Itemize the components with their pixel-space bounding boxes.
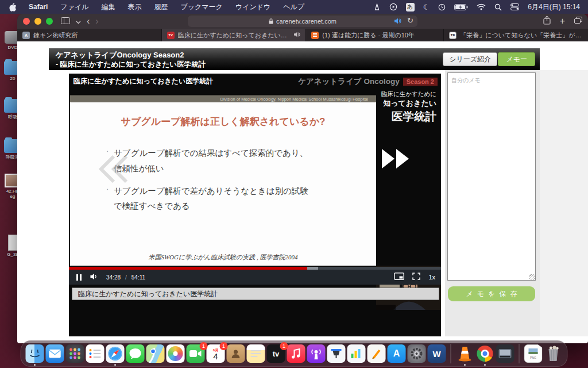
dock-numbers-icon[interactable] [347,344,366,363]
dock: 1 6月 4 1 tv 1 A W [21,340,568,367]
menu-item-bookmarks[interactable]: ブックマーク [174,0,229,14]
dock-reminders-icon[interactable] [86,344,105,363]
dock-maps-icon[interactable] [146,344,165,363]
notification-badge: 1 [280,342,288,350]
share-icon[interactable] [543,16,551,27]
video-player[interactable]: 臨床に生かすために知っておきたい医学統計 ケアネットライブ Oncology S… [69,74,441,336]
play-circle-icon[interactable] [389,2,397,12]
dock-finder-icon[interactable] [26,344,44,363]
tab-3[interactable]: (1) 運は能力に勝る - 最期の10年 [306,29,444,41]
side-title-line2: 知っておきたい [376,98,436,109]
video-controls-bar: 34:28 / 54:11 1x [69,270,441,285]
tab-label: 臨床に生かすために知っておきたい医学統計|ケアネットライブO... [178,31,291,40]
player-top-bar: 臨床に生かすために知っておきたい医学統計 ケアネットライブ Oncology S… [69,74,441,89]
minimize-window-button[interactable] [34,18,41,25]
vlc-menu-icon[interactable] [373,2,381,12]
playback-rate-button[interactable]: 1x [428,274,435,281]
chapter-caption-bar[interactable]: 臨床に生かすために知っておきたい医学統計 [72,288,439,300]
zoom-window-button[interactable] [46,18,53,25]
battery-charging-icon[interactable] [454,2,468,12]
tab-2-active[interactable]: TV 臨床に生かすために知っておきたい医学統計|ケアネットライブO... [162,29,307,41]
lock-icon [269,18,273,24]
series-intro-button[interactable]: シリーズ紹介 [443,52,497,66]
menu-item-help[interactable]: ヘルプ [277,0,311,14]
rewind-overlay-icon [95,154,131,187]
apple-logo-icon[interactable] [0,3,22,12]
tab-label: 錬キン術研究所 [33,31,156,40]
dock-mail-icon[interactable] [46,344,64,363]
screen-time-icon[interactable] [438,2,446,12]
slide-title: サブグループ解析は正しく解釈されているか? [70,115,376,128]
sidebar-toggle-icon[interactable] [61,16,70,26]
dock-chrome-icon[interactable] [476,344,494,363]
dock-messages-icon[interactable] [126,344,145,363]
menu-item-edit[interactable]: 編集 [95,0,121,14]
menu-item-file[interactable]: ファイル [54,0,95,14]
tab-audio-icon[interactable] [394,18,401,25]
dock-calendar-icon[interactable]: 6月 4 1 [207,344,225,363]
resize-handle[interactable] [529,274,535,280]
save-memo-button[interactable]: メモを保存 [448,286,535,301]
slide-bullet-2: サブグループ解析で差がありそうなときは別の試験で検証すべきである [114,183,312,214]
page-header: ケアネットライブOncology Season2 - 臨床に生かすために知ってお… [49,48,540,70]
dock-pages-icon[interactable] [368,344,386,363]
dock-podcasts-icon[interactable] [307,344,326,363]
side-title-line1: 臨床に生かすために [376,90,436,98]
tab-1-favicon: A [22,32,30,39]
tab-overview-icon[interactable] [574,16,582,26]
dock-launchpad-icon[interactable] [66,344,84,363]
dock-app-store-icon[interactable]: A [388,344,406,363]
player-side-panel: 臨床に生かすために 知っておきたい 医学統計 [376,89,441,266]
current-time: 34:28 [106,274,121,281]
tab-1[interactable]: A 錬キン術研究所 [17,29,162,41]
control-center-icon[interactable] [510,2,519,12]
wifi-icon[interactable] [477,2,486,12]
running-indicator [484,364,486,366]
japanese-input-icon[interactable]: あ [406,3,415,12]
picture-in-picture-button[interactable] [394,272,404,282]
running-indicator [114,364,116,366]
fullscreen-button[interactable] [412,272,420,282]
dock-music-icon[interactable] [287,344,305,363]
dock-word-icon[interactable]: W [428,344,446,363]
tab-3-favicon [311,32,319,39]
season-badge: Season 2 [403,78,438,86]
menu-item-safari[interactable]: Safari [22,0,54,14]
dock-system-settings-icon[interactable] [408,344,426,363]
tab-label: 「栄養」について知らない「栄養士」が多すぎる 残念な栄養士が信… [460,31,583,40]
tab-4[interactable]: TK 「栄養」について知らない「栄養士」が多すぎる 残念な栄養士が信… [444,29,588,41]
close-window-button[interactable] [23,18,30,25]
spotlight-search-icon[interactable] [494,2,502,12]
forward-button[interactable]: › [95,16,98,26]
memo-textarea[interactable] [447,72,536,281]
dock-keynote-icon[interactable] [327,344,346,363]
dock-notes-icon[interactable] [247,344,265,363]
memo-button[interactable]: メモー [498,52,535,66]
dock-media-player-icon[interactable] [496,344,514,363]
dock-apple-tv-icon[interactable]: tv 1 [267,344,285,363]
dock-vlc-icon[interactable] [456,344,474,363]
notification-badge: 1 [220,342,228,350]
tab-audio-playing-icon[interactable] [294,32,300,39]
address-bar[interactable]: carenetv.carenet.com ↻ [188,16,417,27]
reload-icon[interactable]: ↻ [407,16,413,25]
new-tab-button[interactable]: + [560,16,565,26]
svg-text:PNG: PNG [530,356,536,359]
volume-icon[interactable] [90,272,98,282]
menu-datetime[interactable]: 6月4日(日) 15:14 [528,2,580,12]
menu-item-window[interactable]: ウインドウ [229,0,277,14]
menu-item-history[interactable]: 履歴 [148,0,174,14]
dock-facetime-icon[interactable]: 1 [187,344,205,363]
dock-separator [519,344,520,363]
menu-item-view[interactable]: 表示 [121,0,148,14]
pause-button[interactable] [76,274,82,281]
dock-png-file-icon[interactable]: PNG [524,344,543,363]
dock-trash-icon[interactable] [544,344,563,363]
chevron-down-icon[interactable] [76,16,81,26]
back-button[interactable]: ‹ [87,16,90,26]
do-not-disturb-icon[interactable]: ☾ [423,2,430,12]
dock-contacts-icon[interactable] [227,344,245,363]
dock-photos-icon[interactable] [167,344,185,363]
running-indicator [464,364,466,366]
dock-safari-icon[interactable] [106,344,125,363]
